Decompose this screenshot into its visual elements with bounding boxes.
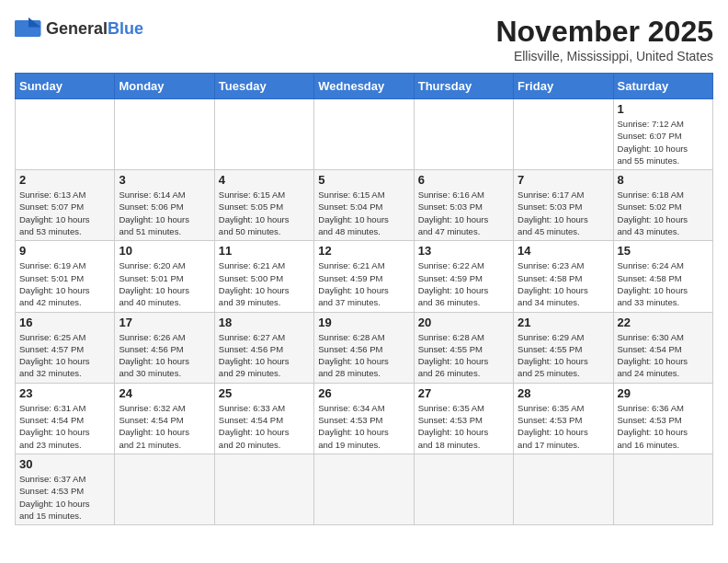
- calendar-day-cell: [514, 454, 613, 524]
- calendar-day-cell: 24Sunrise: 6:32 AM Sunset: 4:54 PM Dayli…: [115, 383, 214, 454]
- calendar-day-cell: 21Sunrise: 6:29 AM Sunset: 4:55 PM Dayli…: [514, 312, 613, 383]
- calendar-day-cell: 11Sunrise: 6:21 AM Sunset: 5:00 PM Dayli…: [214, 241, 313, 312]
- calendar-day-cell: [314, 454, 414, 524]
- calendar-day-cell: 26Sunrise: 6:34 AM Sunset: 4:53 PM Dayli…: [314, 383, 414, 454]
- day-info: Sunrise: 6:18 AM Sunset: 5:02 PM Dayligh…: [618, 189, 709, 237]
- calendar-day-cell: 10Sunrise: 6:20 AM Sunset: 5:01 PM Dayli…: [115, 241, 214, 312]
- calendar-day-cell: 17Sunrise: 6:26 AM Sunset: 4:56 PM Dayli…: [115, 312, 214, 383]
- calendar-day-cell: 3Sunrise: 6:14 AM Sunset: 5:06 PM Daylig…: [115, 170, 214, 241]
- calendar-day-cell: 27Sunrise: 6:35 AM Sunset: 4:53 PM Dayli…: [414, 383, 513, 454]
- calendar-table: SundayMondayTuesdayWednesdayThursdayFrid…: [15, 73, 713, 525]
- calendar-day-cell: 2Sunrise: 6:13 AM Sunset: 5:07 PM Daylig…: [16, 170, 115, 241]
- day-info: Sunrise: 6:36 AM Sunset: 4:53 PM Dayligh…: [618, 402, 709, 451]
- day-number: 12: [318, 244, 409, 258]
- calendar-day-cell: [514, 99, 613, 170]
- calendar-header-row: SundayMondayTuesdayWednesdayThursdayFrid…: [16, 74, 713, 99]
- day-number: 16: [19, 316, 110, 329]
- day-number: 20: [418, 316, 509, 329]
- calendar-day-cell: 23Sunrise: 6:31 AM Sunset: 4:54 PM Dayli…: [16, 383, 115, 454]
- day-number: 30: [19, 457, 110, 471]
- day-number: 23: [19, 386, 110, 400]
- calendar-week-row: 1Sunrise: 7:12 AM Sunset: 6:07 PM Daylig…: [16, 99, 713, 170]
- calendar-week-row: 30Sunrise: 6:37 AM Sunset: 4:53 PM Dayli…: [16, 454, 713, 524]
- generalblue-logo-icon: [15, 15, 42, 42]
- month-year-title: November 2025: [495, 15, 713, 49]
- day-number: 2: [19, 173, 110, 187]
- day-info: Sunrise: 6:25 AM Sunset: 4:57 PM Dayligh…: [19, 331, 110, 380]
- calendar-day-cell: [414, 99, 513, 170]
- calendar-day-cell: 1Sunrise: 7:12 AM Sunset: 6:07 PM Daylig…: [613, 99, 712, 170]
- day-number: 27: [418, 386, 509, 400]
- day-number: 7: [518, 173, 609, 187]
- logo: GeneralBlue: [15, 15, 143, 42]
- title-area: November 2025 Ellisville, Mississippi, U…: [495, 15, 713, 63]
- col-header-friday: Friday: [514, 74, 613, 99]
- day-info: Sunrise: 6:35 AM Sunset: 4:53 PM Dayligh…: [418, 402, 509, 451]
- svg-rect-2: [15, 20, 28, 37]
- calendar-day-cell: 22Sunrise: 6:30 AM Sunset: 4:54 PM Dayli…: [613, 312, 712, 383]
- day-info: Sunrise: 6:17 AM Sunset: 5:03 PM Dayligh…: [518, 189, 609, 237]
- day-info: Sunrise: 6:13 AM Sunset: 5:07 PM Dayligh…: [19, 189, 110, 237]
- day-info: Sunrise: 6:35 AM Sunset: 4:53 PM Dayligh…: [518, 402, 609, 451]
- calendar-day-cell: [314, 99, 414, 170]
- day-number: 5: [318, 173, 409, 187]
- calendar-week-row: 2Sunrise: 6:13 AM Sunset: 5:07 PM Daylig…: [16, 170, 713, 241]
- day-info: Sunrise: 6:37 AM Sunset: 4:53 PM Dayligh…: [19, 473, 110, 522]
- day-info: Sunrise: 6:33 AM Sunset: 4:54 PM Dayligh…: [219, 402, 310, 451]
- day-number: 10: [119, 244, 210, 258]
- calendar-day-cell: [214, 99, 313, 170]
- logo-blue: Blue: [108, 19, 143, 38]
- day-info: Sunrise: 6:28 AM Sunset: 4:55 PM Dayligh…: [418, 331, 509, 380]
- day-info: Sunrise: 6:27 AM Sunset: 4:56 PM Dayligh…: [219, 331, 310, 380]
- day-info: Sunrise: 6:15 AM Sunset: 5:05 PM Dayligh…: [219, 189, 310, 237]
- calendar-day-cell: 4Sunrise: 6:15 AM Sunset: 5:05 PM Daylig…: [214, 170, 313, 241]
- calendar-day-cell: 18Sunrise: 6:27 AM Sunset: 4:56 PM Dayli…: [214, 312, 313, 383]
- day-info: Sunrise: 6:32 AM Sunset: 4:54 PM Dayligh…: [119, 402, 210, 451]
- day-number: 9: [19, 244, 110, 258]
- day-number: 4: [219, 173, 310, 187]
- calendar-day-cell: 15Sunrise: 6:24 AM Sunset: 4:58 PM Dayli…: [613, 241, 712, 312]
- calendar-week-row: 16Sunrise: 6:25 AM Sunset: 4:57 PM Dayli…: [16, 312, 713, 383]
- day-info: Sunrise: 6:30 AM Sunset: 4:54 PM Dayligh…: [618, 331, 709, 380]
- location-subtitle: Ellisville, Mississippi, United States: [495, 49, 713, 63]
- day-number: 11: [219, 244, 310, 258]
- day-info: Sunrise: 6:31 AM Sunset: 4:54 PM Dayligh…: [19, 402, 110, 451]
- day-info: Sunrise: 6:24 AM Sunset: 4:58 PM Dayligh…: [618, 259, 709, 308]
- day-info: Sunrise: 6:34 AM Sunset: 4:53 PM Dayligh…: [318, 402, 409, 451]
- day-number: 17: [119, 316, 210, 329]
- calendar-day-cell: 7Sunrise: 6:17 AM Sunset: 5:03 PM Daylig…: [514, 170, 613, 241]
- day-number: 8: [618, 173, 709, 187]
- day-info: Sunrise: 6:19 AM Sunset: 5:01 PM Dayligh…: [19, 259, 110, 308]
- calendar-day-cell: 28Sunrise: 6:35 AM Sunset: 4:53 PM Dayli…: [514, 383, 613, 454]
- day-info: Sunrise: 7:12 AM Sunset: 6:07 PM Dayligh…: [618, 118, 709, 167]
- calendar-day-cell: 25Sunrise: 6:33 AM Sunset: 4:54 PM Dayli…: [214, 383, 313, 454]
- calendar-day-cell: 30Sunrise: 6:37 AM Sunset: 4:53 PM Dayli…: [16, 454, 115, 524]
- calendar-day-cell: 13Sunrise: 6:22 AM Sunset: 4:59 PM Dayli…: [414, 241, 513, 312]
- day-info: Sunrise: 6:26 AM Sunset: 4:56 PM Dayligh…: [119, 331, 210, 380]
- calendar-day-cell: 19Sunrise: 6:28 AM Sunset: 4:56 PM Dayli…: [314, 312, 414, 383]
- calendar-day-cell: 29Sunrise: 6:36 AM Sunset: 4:53 PM Dayli…: [613, 383, 712, 454]
- day-number: 18: [219, 316, 310, 329]
- calendar-day-cell: 16Sunrise: 6:25 AM Sunset: 4:57 PM Dayli…: [16, 312, 115, 383]
- calendar-day-cell: 20Sunrise: 6:28 AM Sunset: 4:55 PM Dayli…: [414, 312, 513, 383]
- calendar-day-cell: 9Sunrise: 6:19 AM Sunset: 5:01 PM Daylig…: [16, 241, 115, 312]
- calendar-day-cell: [613, 454, 712, 524]
- day-info: Sunrise: 6:28 AM Sunset: 4:56 PM Dayligh…: [318, 331, 409, 380]
- day-number: 26: [318, 386, 409, 400]
- col-header-tuesday: Tuesday: [214, 74, 313, 99]
- calendar-week-row: 9Sunrise: 6:19 AM Sunset: 5:01 PM Daylig…: [16, 241, 713, 312]
- day-number: 1: [618, 102, 709, 116]
- calendar-day-cell: 12Sunrise: 6:21 AM Sunset: 4:59 PM Dayli…: [314, 241, 414, 312]
- col-header-wednesday: Wednesday: [314, 74, 414, 99]
- calendar-day-cell: 6Sunrise: 6:16 AM Sunset: 5:03 PM Daylig…: [414, 170, 513, 241]
- day-number: 29: [618, 386, 709, 400]
- day-number: 25: [219, 386, 310, 400]
- day-number: 28: [518, 386, 609, 400]
- col-header-saturday: Saturday: [613, 74, 712, 99]
- day-info: Sunrise: 6:23 AM Sunset: 4:58 PM Dayligh…: [518, 259, 609, 308]
- calendar-day-cell: [115, 454, 214, 524]
- calendar-day-cell: 5Sunrise: 6:15 AM Sunset: 5:04 PM Daylig…: [314, 170, 414, 241]
- day-number: 21: [518, 316, 609, 329]
- day-number: 13: [418, 244, 509, 258]
- calendar-day-cell: 14Sunrise: 6:23 AM Sunset: 4:58 PM Dayli…: [514, 241, 613, 312]
